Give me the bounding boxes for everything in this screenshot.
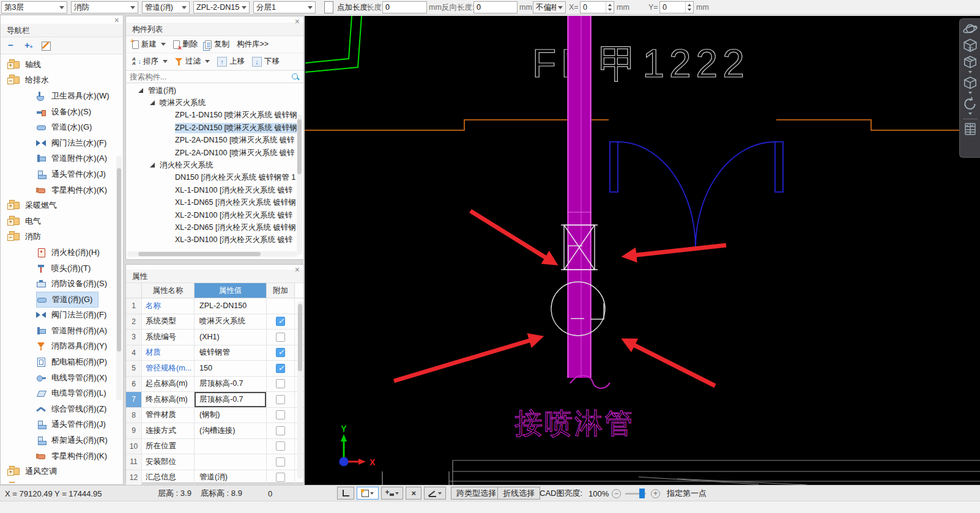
close-icon[interactable]: × (295, 18, 300, 25)
nav-item[interactable]: 电线导管(消)(X) (36, 370, 113, 386)
nav-item[interactable]: 阀门法兰(消)(F) (36, 308, 112, 323)
move-up-button[interactable]: ↑上移 (215, 55, 247, 68)
offset-dropdown[interactable]: 不偏移 (533, 1, 566, 13)
orbit-view-icon[interactable] (962, 21, 978, 37)
attach-cell[interactable] (267, 423, 295, 438)
component-item[interactable]: ZPL-2A-DN150 [喷淋灭火系统 镀锌 (126, 135, 303, 147)
property-row[interactable]: 5 管径规格(m... 150 (126, 361, 303, 377)
polyline-select-button[interactable]: 折线选择 (497, 487, 540, 500)
filter-button[interactable]: 过滤 (173, 55, 212, 68)
nav-item[interactable]: 管道(水)(G) (36, 119, 97, 135)
nav-item[interactable]: 配电箱柜(消)(P) (36, 354, 113, 370)
attach-checkbox[interactable] (276, 364, 285, 373)
nav-item[interactable]: 综合管线(消)(Z) (36, 401, 112, 417)
cad-viewport[interactable]: FM甲1222 接喷淋管 (305, 16, 980, 485)
nav-item[interactable]: 给排水 (9, 73, 54, 89)
property-value[interactable] (195, 454, 267, 470)
attach-cell[interactable] (267, 439, 295, 454)
attach-checkbox[interactable] (276, 395, 285, 404)
close-icon[interactable]: × (295, 266, 300, 273)
angle-draw-button[interactable] (424, 487, 446, 500)
point-add-length-checkbox[interactable] (324, 1, 333, 13)
slider-handle[interactable] (639, 489, 645, 498)
property-row[interactable]: 11 安装部位 (126, 454, 303, 470)
type-dropdown[interactable]: 管道(消) (142, 1, 190, 13)
isometric-view-icon[interactable] (962, 54, 978, 70)
delete-component-button[interactable]: 删除 (171, 38, 200, 51)
snap-mode-button[interactable] (357, 487, 379, 500)
component-vscrollbar[interactable] (297, 114, 302, 255)
attach-cell[interactable] (267, 361, 295, 376)
nav-item[interactable]: 通头管件(水)(J) (36, 166, 111, 182)
point-draw-button[interactable] (381, 487, 403, 500)
component-item[interactable]: XL-1-DN65 [消火栓灭火系统 镀锌钢 (126, 197, 303, 209)
expand-all-icon[interactable] (24, 40, 35, 51)
component-item[interactable]: XL-2-DN100 [消火栓灭火系统 镀锌 (126, 209, 303, 221)
property-value[interactable]: (XH1) (195, 330, 267, 345)
nav-item[interactable]: 消防器具(消)(Y) (36, 339, 113, 355)
nav-item[interactable]: 设备(水)(S) (36, 104, 97, 120)
property-row[interactable]: 2 系统类型 喷淋灭火系统 (126, 314, 303, 330)
nav-item[interactable]: 消火栓(消)(H) (36, 245, 105, 260)
new-component-button[interactable]: 新建 (130, 38, 168, 51)
attach-checkbox[interactable] (276, 410, 285, 419)
attach-cell[interactable] (267, 454, 295, 470)
nav-item[interactable]: 电气 (9, 213, 46, 229)
property-value[interactable]: (沟槽连接) (195, 423, 267, 438)
property-row[interactable]: 3 系统编号 (XH1) (126, 330, 303, 345)
property-value[interactable]: 层顶标高-0.7 (195, 392, 267, 407)
floor-dropdown[interactable]: 第3层 (1, 1, 67, 13)
rotate-view-icon[interactable] (962, 96, 978, 112)
chevron-down-icon[interactable] (968, 71, 972, 73)
attach-cell[interactable] (267, 408, 295, 423)
expander-icon[interactable] (150, 163, 155, 168)
chevron-down-icon[interactable] (968, 113, 972, 115)
attach-checkbox[interactable] (276, 333, 285, 342)
edit-navigation-icon[interactable] (41, 40, 52, 51)
property-row[interactable]: 4 材质 镀锌钢管 (126, 345, 303, 361)
attach-checkbox[interactable] (276, 348, 285, 357)
property-value[interactable]: ZPL-2-DN150 (195, 298, 267, 314)
move-down-button[interactable]: ↓下移 (250, 55, 282, 68)
nav-item[interactable]: 通风空调 (9, 463, 62, 479)
component-item[interactable]: XL-3-DN100 [消火栓灭火系统 镀锌 (126, 234, 303, 246)
nav-item[interactable]: 管道附件(消)(A) (36, 323, 113, 339)
attach-checkbox[interactable] (276, 317, 285, 326)
stepper-arrows-icon[interactable] (606, 2, 614, 13)
length-input[interactable] (382, 1, 427, 13)
property-row[interactable]: 6 起点标高(m) 层顶标高-0.7 (126, 377, 303, 393)
search-icon[interactable] (291, 73, 300, 81)
attach-checkbox[interactable] (276, 441, 285, 451)
attach-cell[interactable] (267, 470, 295, 485)
nav-item[interactable]: 管道附件(水)(A) (36, 151, 113, 167)
attach-checkbox[interactable] (276, 426, 285, 435)
close-icon[interactable]: × (114, 17, 119, 24)
expander-icon[interactable] (138, 88, 144, 94)
attach-cell[interactable] (267, 330, 295, 345)
nav-item[interactable]: 管道(消)(G) (36, 292, 98, 308)
component-dropdown[interactable]: ZPL-2-DN150 (193, 1, 250, 13)
component-hscrollbar[interactable] (127, 251, 297, 257)
chevron-down-icon[interactable] (968, 92, 972, 94)
component-library-button[interactable]: 构件库>> (234, 38, 271, 51)
property-row[interactable]: 12 汇总信息 管道(消) (126, 470, 303, 486)
category-dropdown[interactable]: 消防 (71, 1, 138, 13)
property-value[interactable]: 喷淋灭火系统 (195, 314, 267, 330)
component-item[interactable]: 管道(消) (126, 84, 303, 97)
property-row[interactable]: 1 名称 ZPL-2-DN150 (126, 298, 303, 314)
nav-item[interactable]: 零星构件(消)(K) (36, 448, 113, 464)
brightness-decrease-button[interactable]: − (612, 485, 621, 501)
property-value[interactable]: 150 (195, 361, 267, 376)
nav-item[interactable]: 阀门法兰(水)(F) (36, 135, 112, 151)
nav-item[interactable]: 桥架通头(消)(R) (36, 432, 113, 448)
reverse-length-input[interactable] (473, 1, 518, 13)
component-item[interactable]: ZPL-1-DN150 [喷淋灭火系统 镀锌钢 (126, 109, 303, 122)
attach-cell[interactable] (267, 314, 295, 330)
component-item[interactable]: XL-2-DN65 [消火栓灭火系统 镀锌钢 (126, 221, 303, 234)
nav-item[interactable]: 喷头(消)(T) (36, 260, 96, 276)
component-item[interactable]: 喷淋灭火系统 (126, 97, 303, 109)
attach-cell[interactable] (267, 345, 295, 361)
component-item[interactable]: XL-1-DN100 [消火栓灭火系统 镀锌 (126, 184, 303, 196)
component-item[interactable]: ZPL-2-DN150 [喷淋灭火系统 镀锌钢 (126, 122, 303, 134)
nav-item[interactable]: 智控弱电 (9, 479, 62, 483)
